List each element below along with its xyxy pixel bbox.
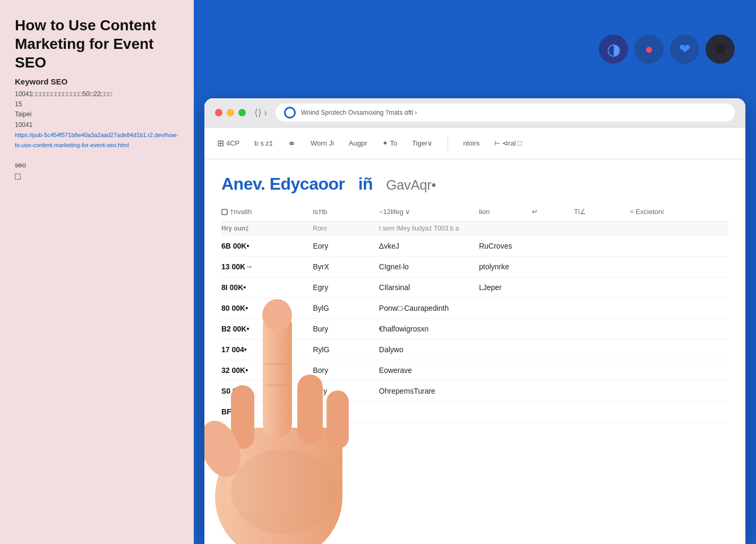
col-checkbox[interactable]	[221, 209, 228, 215]
toolbar-item-augpr[interactable]: Augpr	[349, 139, 367, 147]
content-title: Anev. Edycaoor iñ GavAqr•	[221, 174, 728, 194]
toolbar-item-nloirs[interactable]: nloirs	[463, 139, 479, 147]
table-row: 8I 00K• Egry CIlarsinal LJeper	[221, 277, 728, 298]
cell-5-2: Dalywo	[373, 339, 728, 360]
cell-2-0: 8I 00K•	[221, 277, 307, 298]
cell-7-1: Nilly	[307, 381, 373, 402]
sidebar-meta: 10041□□□□□□□□□□□□□50□22□□□ 15 Taipei 100…	[15, 89, 179, 150]
cell-7-2: OhrepemsTurare	[373, 381, 728, 402]
cell-5-1: RylG	[307, 339, 373, 360]
cell-4-2: €halfowigrosxn	[373, 319, 728, 339]
col-header-4[interactable]: ↵	[526, 202, 568, 222]
toolbar-label-augpr: Augpr	[349, 139, 367, 147]
toolbar-item-0[interactable]: ⊞ 4CP	[217, 138, 239, 148]
cell-0-1: Eory	[307, 236, 373, 257]
cell-3-0: 80 00K•	[221, 298, 307, 319]
toolbar-label-te: To	[390, 139, 398, 147]
toolbar-item-tiger[interactable]: Tiger∨	[412, 139, 433, 147]
close-button[interactable]	[215, 109, 222, 116]
cell-2-1: Egry	[307, 277, 373, 298]
browser-window: ⟨⟩ › Wnind Sprotech Ovsamoxing ?mats αft…	[204, 98, 745, 544]
toolbar-icon-0: ⊞	[217, 138, 224, 148]
traffic-lights	[215, 109, 246, 116]
cell-4-1: Bury	[307, 319, 373, 339]
nav-arrows: ⟨⟩ ›	[254, 107, 267, 118]
table-row: 6B 00K• Eory ΔvkeJ RuCroves	[221, 236, 728, 257]
table-row: 17 004• RylG Dalywo	[221, 339, 728, 360]
cell-2-2: CIlarsinal	[373, 277, 472, 298]
address-text: Wnind Sprotech Ovsamoxing ?mats αftl ›	[301, 109, 417, 116]
address-bar[interactable]: Wnind Sprotech Ovsamoxing ?mats αftl ›	[276, 104, 735, 122]
main-area: ◑ ● ❤ ⬟ ⟨⟩ ›	[194, 0, 756, 544]
cell-1-0: 13 00K→	[221, 257, 307, 277]
cell-5-0: 17 004•	[221, 339, 307, 360]
sidebar: How to Use Content Marketing for Event S…	[0, 0, 194, 544]
maximize-button[interactable]	[238, 109, 246, 116]
subheader-1: Roro	[307, 222, 373, 236]
table-row: 13 00K→ ByrX CIgneI·lo ptolynrke	[221, 257, 728, 277]
top-icons: ◑ ● ❤ ⬟	[599, 35, 735, 64]
toolbar-label-aral: ⊢ ⊲ral □	[494, 139, 522, 147]
table-row: B2 00K• Bury €halfowigrosxn	[221, 319, 728, 339]
toolbar-label-tiger: Tiger∨	[412, 139, 433, 147]
col-header-6[interactable]: ≈ Excietoni	[624, 202, 728, 222]
browser-loading-icon	[284, 107, 296, 118]
title-part4: GavAqr•	[386, 177, 436, 193]
toolbar-item-1[interactable]: b s z‡	[254, 139, 273, 147]
page-title: How to Use Content Marketing for Event S…	[15, 16, 179, 72]
toolbar-item-aral[interactable]: ⊢ ⊲ral □	[494, 139, 522, 147]
toolbar-label-2: ⚭	[288, 138, 296, 149]
cell-1-1: ByrX	[307, 257, 373, 277]
col-header-3[interactable]: lion	[472, 202, 526, 222]
meta-line1: 10041□□□□□□□□□□□□□50□22□□□	[15, 90, 112, 98]
meta-line3: Taipei	[15, 110, 31, 118]
minimize-button[interactable]	[227, 109, 234, 116]
table-row: BF 00K•	[221, 402, 728, 422]
col-header-5[interactable]: Tl∠	[568, 202, 624, 222]
sidebar-tag: seo	[15, 161, 179, 169]
top-icon-1: ◑	[599, 35, 628, 64]
cell-1-2: CIgneI·lo	[373, 257, 472, 277]
col-header-0[interactable]: †nvalih	[221, 202, 307, 222]
cell-8-2	[373, 402, 728, 422]
top-bar: ◑ ● ❤ ⬟	[194, 0, 756, 98]
cell-7-0: S0 00K•	[221, 381, 307, 402]
title-part3: iñ	[358, 174, 373, 193]
top-icon-2: ●	[634, 35, 664, 64]
meta-line4: 10041	[15, 121, 32, 129]
subheader-2: I sem IMey iludya‡ T003 b a	[373, 222, 728, 236]
browser-content: Anev. Edycaoor iñ GavAqr• †nvalih	[204, 159, 745, 544]
col-header-2[interactable]: ~12lifeg ∨	[373, 202, 472, 222]
toolbar-label-worm: Worn Ji	[311, 139, 334, 147]
cell-0-2: ΔvkeJ	[373, 236, 472, 257]
browser-chrome: ⟨⟩ › Wnind Sprotech Ovsamoxing ?mats αft…	[204, 98, 745, 128]
cell-6-1: Bory	[307, 360, 373, 381]
back-icon[interactable]: ⟨⟩	[254, 107, 262, 118]
col-header-1[interactable]: ls†lb	[307, 202, 373, 222]
table-row: S0 00K• Nilly OhrepemsTurare	[221, 381, 728, 402]
meta-url[interactable]: https://pub-5c454f571b8e40a3a2aad27ade84…	[15, 132, 178, 148]
cell-0-0: 6B 00K•	[221, 236, 307, 257]
title-part1: Anev.	[221, 174, 265, 193]
cell-2-3: LJeper	[472, 277, 728, 298]
cell-6-2: Eowerave	[373, 360, 728, 381]
data-table: †nvalih ls†lb ~12lifeg ∨ lion ↵ Tl∠ ≈ Ex…	[221, 202, 728, 422]
toolbar-item-worm[interactable]: Worn Ji	[311, 139, 334, 147]
sidebar-icon-box: □	[15, 171, 179, 182]
toolbar-divider	[448, 135, 448, 151]
cell-1-3: ptolynrke	[472, 257, 728, 277]
toolbar-label-0: 4CP	[226, 139, 239, 147]
table-row: 80 00K• BylG Ponw□·Caurapedinth	[221, 298, 728, 319]
toolbar-item-te[interactable]: ✦ To	[382, 139, 398, 147]
cell-6-0: 32 00K•	[221, 360, 307, 381]
table-row: 32 00K• Bory Eowerave	[221, 360, 728, 381]
subheader-0: Hry oun‡	[221, 222, 307, 236]
cell-8-0: BF 00K•	[221, 402, 307, 422]
cell-3-2: Ponw□·Caurapedinth	[373, 298, 728, 319]
toolbar-item-2[interactable]: ⚭	[288, 138, 296, 149]
cell-4-0: B2 00K•	[221, 319, 307, 339]
forward-icon[interactable]: ›	[264, 107, 267, 118]
toolbar-label-nloirs: nloirs	[463, 139, 479, 147]
title-part2: Edycaoor	[270, 174, 345, 193]
browser-toolbar: ⊞ 4CP b s z‡ ⚭ Worn Ji Augpr ✦ To Tiger∨	[204, 128, 745, 159]
